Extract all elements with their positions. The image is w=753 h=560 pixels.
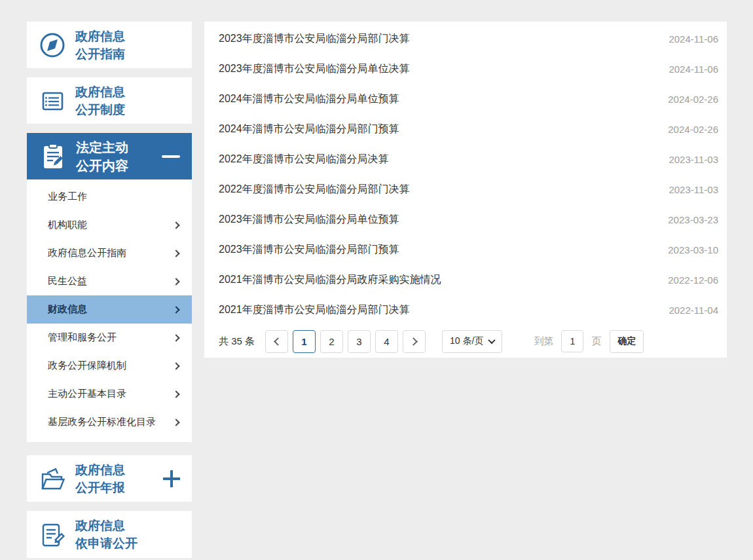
submenu-item-label: 业务工作 — [48, 191, 87, 203]
submenu-item-label: 管理和服务公开 — [48, 331, 117, 344]
list-item: 2021年淄博市公安局临淄分局政府采购实施情况 2022-12-06 — [204, 265, 727, 295]
chevron-right-icon — [172, 221, 179, 229]
goto-page-group: 到第 页 确定 — [534, 330, 644, 353]
page-number-button[interactable]: 3 — [348, 330, 371, 353]
total-count-label: 共 35 条 — [219, 335, 255, 348]
submenu-item-label: 政府信息公开指南 — [48, 247, 126, 259]
document-pencil-icon — [37, 519, 67, 550]
page-number-label: 3 — [356, 336, 361, 347]
list-item: 2024年淄博市公安局临淄分局单位预算 2024-02-26 — [204, 84, 727, 114]
article-date: 2023-03-10 — [668, 244, 718, 255]
article-title-link[interactable]: 2024年淄博市公安局临淄分局部门预算 — [219, 122, 399, 136]
page-number-buttons: 1 2 3 4 — [293, 330, 403, 353]
sidebar-item-label: 法定主动 公开内容 — [76, 138, 162, 175]
chevron-right-icon — [172, 390, 179, 398]
sidebar-item-label: 政府信息 公开指南 — [75, 28, 180, 63]
article-title-link[interactable]: 2023年淄博市公安局临淄分局部门预算 — [219, 243, 399, 257]
sidebar: 政府信息 公开指南 政府信息 公开制度 — [27, 22, 192, 558]
article-title-link[interactable]: 2024年淄博市公安局临淄分局单位预算 — [219, 92, 399, 106]
submenu-item-label: 财政信息 — [48, 303, 87, 316]
article-title-link[interactable]: 2022年度淄博市公安局临淄分局部门决算 — [219, 183, 410, 196]
sidebar-item-annual-report[interactable]: 政府信息 公开年报 — [27, 455, 192, 502]
submenu-item-label: 民生公益 — [48, 275, 87, 288]
sidebar-item-label: 政府信息 公开年报 — [75, 461, 163, 496]
article-date: 2022-12-06 — [668, 274, 718, 286]
submenu-item[interactable]: 政府信息公开指南 — [27, 239, 192, 267]
chevron-right-icon — [172, 278, 179, 285]
article-title-link[interactable]: 2022年度淄博市公安局临淄分局决算 — [219, 153, 389, 166]
list-item: 2021年度淄博市公安局临淄分局部门决算 2022-11-04 — [204, 295, 727, 325]
article-date: 2023-03-23 — [668, 214, 718, 225]
submenu-item[interactable]: 政务公开保障机制 — [27, 352, 192, 380]
submenu-item-label: 主动公开基本目录 — [48, 388, 126, 400]
article-date: 2024-02-26 — [668, 94, 718, 105]
plus-icon — [163, 470, 180, 487]
pagination-bar: 共 35 条 1 2 3 4 — [204, 325, 727, 358]
article-title-link[interactable]: 2023年淄博市公安局临淄分局单位预算 — [219, 213, 399, 227]
sidebar-item-label: 政府信息 公开制度 — [75, 83, 180, 119]
article-list-panel: 2023年度淄博市公安局临淄分局部门决算 2024-11-06 2023年度淄博… — [204, 22, 727, 358]
minus-icon — [162, 155, 180, 158]
page-number-button[interactable]: 4 — [375, 330, 398, 353]
page-number-button[interactable]: 1 — [293, 330, 316, 353]
sidebar-item-label: 政府信息 依申请公开 — [75, 517, 180, 552]
folder-documents-icon — [37, 464, 67, 494]
submenu-item[interactable]: 基层政务公开标准化目录 — [27, 408, 192, 436]
clipboard-pencil-icon — [37, 141, 69, 172]
article-date: 2024-02-26 — [668, 124, 718, 135]
sidebar-item-statutory[interactable]: 法定主动 公开内容 — [27, 133, 192, 179]
next-page-button[interactable] — [403, 330, 426, 353]
article-date: 2024-11-06 — [669, 33, 718, 45]
article-title-link[interactable]: 2021年淄博市公安局临淄分局政府采购实施情况 — [219, 273, 441, 287]
page-size-value: 10 条/页 — [450, 335, 483, 347]
page-size-select[interactable]: 10 条/页 — [442, 330, 502, 353]
article-title-link[interactable]: 2021年度淄博市公安局临淄分局部门决算 — [219, 303, 410, 317]
page-number-label: 1 — [301, 336, 306, 347]
submenu-item[interactable]: 机构职能 — [27, 211, 192, 239]
submenu-item[interactable]: 民生公益 — [27, 267, 192, 295]
goto-page-input[interactable] — [561, 330, 583, 352]
list-item: 2023年度淄博市公安局临淄分局部门决算 2024-11-06 — [204, 24, 727, 54]
chevron-right-icon — [172, 306, 179, 313]
chevron-left-icon — [274, 337, 282, 346]
chevron-right-icon — [409, 337, 418, 346]
chevron-right-icon — [172, 250, 179, 257]
submenu-item[interactable]: 业务工作 — [27, 183, 192, 211]
list-item: 2022年度淄博市公安局临淄分局决算 2023-11-03 — [204, 144, 727, 174]
article-date: 2023-11-03 — [669, 154, 718, 165]
page-number-label: 4 — [384, 336, 389, 347]
prev-page-button[interactable] — [265, 330, 288, 353]
confirm-button[interactable]: 确定 — [610, 330, 644, 353]
submenu-item-label: 机构职能 — [48, 219, 87, 231]
list-item: 2023年度淄博市公安局临淄分局单位决算 2024-11-06 — [204, 54, 727, 84]
article-title-link[interactable]: 2023年度淄博市公安局临淄分局部门决算 — [219, 32, 410, 46]
article-list: 2023年度淄博市公安局临淄分局部门决算 2024-11-06 2023年度淄博… — [204, 24, 727, 325]
sidebar-item-system[interactable]: 政府信息 公开制度 — [27, 77, 192, 124]
page-number-button[interactable]: 2 — [320, 330, 343, 353]
list-item: 2024年淄博市公安局临淄分局部门预算 2024-02-26 — [204, 114, 727, 144]
statutory-submenu: 业务工作 机构职能 政府信息公开指南 民生公益 财政信息 — [27, 179, 192, 442]
article-title-link[interactable]: 2023年度淄博市公安局临淄分局单位决算 — [219, 62, 410, 76]
submenu-item[interactable]: 主动公开基本目录 — [27, 380, 192, 408]
list-item: 2023年淄博市公安局临淄分局部门预算 2023-03-10 — [204, 234, 727, 265]
sidebar-item-apply-disclosure[interactable]: 政府信息 依申请公开 — [27, 511, 192, 558]
chevron-right-icon — [172, 419, 179, 426]
submenu-item-label: 政务公开保障机制 — [48, 360, 126, 372]
compass-icon — [37, 30, 67, 60]
chevron-right-icon — [172, 362, 179, 369]
list-item: 2023年淄博市公安局临淄分局单位预算 2023-03-23 — [204, 204, 727, 234]
page-number-label: 2 — [329, 336, 334, 347]
chevron-down-icon — [488, 337, 496, 344]
article-date: 2024-11-06 — [669, 64, 718, 75]
list-item: 2022年度淄博市公安局临淄分局部门决算 2023-11-03 — [204, 174, 727, 204]
article-date: 2023-11-03 — [669, 184, 718, 195]
sidebar-item-guide[interactable]: 政府信息 公开指南 — [27, 22, 192, 68]
goto-suffix-label: 页 — [591, 335, 601, 348]
book-icon — [37, 86, 67, 116]
submenu-item[interactable]: 管理和服务公开 — [27, 324, 192, 352]
goto-prefix-label: 到第 — [534, 335, 553, 348]
article-date: 2022-11-04 — [669, 305, 718, 316]
chevron-right-icon — [172, 334, 179, 341]
submenu-item-label: 基层政务公开标准化目录 — [48, 416, 156, 428]
submenu-item[interactable]: 财政信息 — [27, 295, 192, 324]
